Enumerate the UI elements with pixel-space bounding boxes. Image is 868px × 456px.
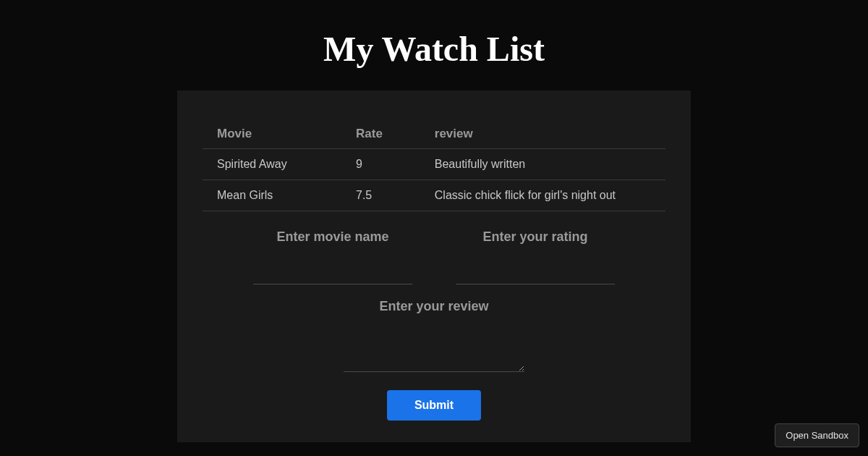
cell-movie: Mean Girls	[203, 180, 341, 211]
table-row: Spirited Away 9 Beautifully written	[203, 149, 665, 180]
cell-rate: 7.5	[341, 180, 420, 211]
table-row: Mean Girls 7.5 Classic chick flick for g…	[203, 180, 665, 211]
add-movie-form: Enter movie name Enter your rating Enter…	[203, 229, 665, 421]
review-label: Enter your review	[379, 299, 488, 314]
movie-name-label: Enter movie name	[276, 229, 388, 245]
header-rate: Rate	[341, 119, 420, 149]
review-textarea[interactable]	[344, 332, 524, 372]
movie-name-input[interactable]	[253, 263, 412, 284]
cell-rate: 9	[341, 149, 420, 180]
page-title: My Watch List	[0, 0, 868, 90]
open-sandbox-button[interactable]: Open Sandbox	[775, 423, 859, 447]
submit-button[interactable]: Submit	[387, 390, 481, 421]
header-review: review	[420, 119, 665, 149]
cell-movie: Spirited Away	[203, 149, 341, 180]
rating-label: Enter your rating	[482, 229, 587, 245]
cell-review: Classic chick flick for girl's night out	[420, 180, 665, 211]
rating-input[interactable]	[456, 263, 615, 284]
cell-review: Beautifully written	[420, 149, 665, 180]
header-movie: Movie	[203, 119, 341, 149]
watchlist-card: Movie Rate review Spirited Away 9 Beauti…	[177, 90, 691, 442]
movies-table: Movie Rate review Spirited Away 9 Beauti…	[203, 119, 665, 211]
